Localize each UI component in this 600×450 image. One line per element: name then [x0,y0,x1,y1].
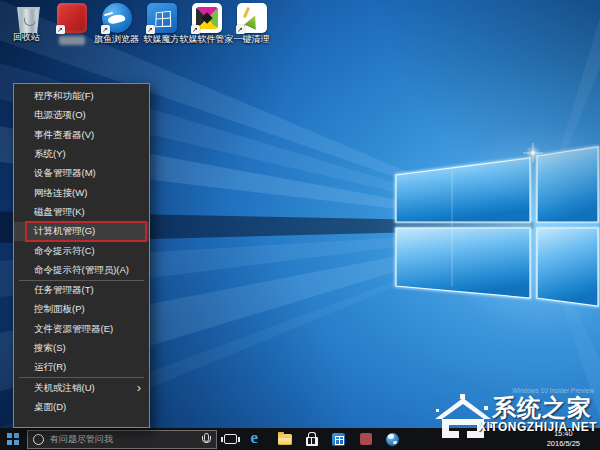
menu-item[interactable]: 电源选项(O) [14,106,149,125]
menu-item-label: 系统(Y) [34,148,66,161]
taskbar-button-file-explorer[interactable] [271,428,298,450]
menu-item[interactable]: 命令提示符(C) [14,241,149,260]
taskbar-button-mofang[interactable] [325,428,352,450]
menu-item[interactable]: 任务管理器(T) [14,281,149,300]
taskbar-clock[interactable]: 15:40 2016/5/25 [547,428,580,450]
clock-date: 2016/5/25 [547,439,580,449]
menu-item-label: 电源选项(O) [34,109,86,122]
desktop-icon-one-key-clean[interactable]: 一键清理 [229,3,274,45]
clean-icon [237,3,267,33]
desktop-icon-qiyu-browser[interactable]: 旗鱼浏览器 [94,3,139,45]
desktop-icon-blurred-app[interactable] [49,3,94,45]
highlight-annotation-box [25,221,147,242]
cortana-search-box[interactable]: 有问题尽管问我 [27,430,217,449]
desktop-icon-grid: 回收站旗鱼浏览器软媒魔方软媒软件管家一键清理 [4,3,274,45]
menu-item[interactable]: 系统(Y) [14,145,149,164]
menu-item[interactable]: 程序和功能(F) [14,87,149,106]
taskbar-button-task-view[interactable] [217,428,244,450]
shortcut-arrow-icon [191,25,200,34]
taskbar-button-edge[interactable] [244,428,271,450]
clock-time: 15:40 [554,429,573,439]
menu-item[interactable]: 设备管理器(M) [14,164,149,183]
menu-item-label: 命令提示符(管理员)(A) [34,264,129,277]
desktop-icon-ruanmei-manager[interactable]: 软媒软件管家 [184,3,229,45]
menu-item-label: 关机或注销(U) [34,382,95,395]
cortana-icon [33,434,44,445]
desktop-icon-ruanmei-mofang[interactable]: 软媒魔方 [139,3,184,45]
menu-item-label: 搜索(S) [34,342,66,355]
taskbar: 有问题尽管问我 15:40 2016/5/25 [0,428,600,450]
recycle-bin-icon [16,3,42,33]
taskbar-button-store[interactable] [298,428,325,450]
blurred-icon-label [59,36,85,45]
shortcut-arrow-icon [101,25,110,34]
menu-item[interactable]: 桌面(D) [14,398,149,417]
shortcut-arrow-icon [236,25,245,34]
shortcut-arrow-icon [56,25,65,34]
globe-browser-icon [386,433,399,446]
qiyu-browser-icon [102,3,132,33]
menu-item-label: 控制面板(P) [34,303,85,316]
menu-item-label: 网络连接(W) [34,187,87,200]
edge-icon [250,431,266,447]
blurred-app-icon [57,3,87,33]
shortcut-arrow-icon [146,25,155,34]
menu-item-label: 文件资源管理器(E) [34,323,113,336]
menu-item[interactable]: 命令提示符(管理员)(A) [14,261,149,280]
desktop-icon-label: 软媒软件管家 [180,35,234,45]
taskbar-button-globe-browser[interactable] [379,428,406,450]
menu-item[interactable]: 网络连接(W) [14,183,149,202]
windows-desktop: 回收站旗鱼浏览器软媒魔方软媒软件管家一键清理 程序和功能(F)电源选项(O)事件… [0,0,600,450]
menu-item[interactable]: 磁盘管理(K) [14,203,149,222]
winx-menu: 程序和功能(F)电源选项(O)事件查看器(V)系统(Y)设备管理器(M)网络连接… [13,83,150,428]
desktop-icon-label: 旗鱼浏览器 [94,35,139,45]
menu-item[interactable]: 运行(R) [14,358,149,377]
menu-item-label: 设备管理器(M) [34,167,96,180]
manager-icon [192,3,222,33]
desktop-icon-recycle-bin[interactable]: 回收站 [4,3,49,45]
menu-item-label: 运行(R) [34,361,66,374]
menu-item[interactable]: 事件查看器(V) [14,126,149,145]
menu-item-label: 命令提示符(C) [34,245,95,258]
blurred-app-icon [360,433,372,445]
search-placeholder: 有问题尽管问我 [50,433,201,446]
desktop-icon-label: 软媒魔方 [144,35,180,45]
menu-item[interactable]: 关机或注销(U) [14,378,149,397]
desktop-icon-label: 回收站 [13,33,40,43]
mofang-icon [147,3,177,33]
task-view-icon [224,434,237,444]
start-button[interactable] [0,428,26,450]
menu-item-label: 桌面(D) [34,401,66,414]
menu-item[interactable]: 控制面板(P) [14,300,149,319]
store-icon [306,437,318,446]
menu-item[interactable]: 文件资源管理器(E) [14,320,149,339]
menu-item[interactable]: 搜索(S) [14,339,149,358]
microphone-icon[interactable] [201,433,210,445]
menu-item-label: 磁盘管理(K) [34,206,85,219]
menu-item-label: 事件查看器(V) [34,129,94,142]
desktop-icon-label: 一键清理 [234,35,270,45]
file-explorer-icon [278,434,292,445]
menu-item-label: 任务管理器(T) [34,284,94,297]
mofang-icon [332,433,345,446]
taskbar-buttons [217,428,406,450]
windows-start-icon [7,433,19,445]
menu-item-label: 程序和功能(F) [34,90,94,103]
taskbar-button-blurred-app[interactable] [352,428,379,450]
